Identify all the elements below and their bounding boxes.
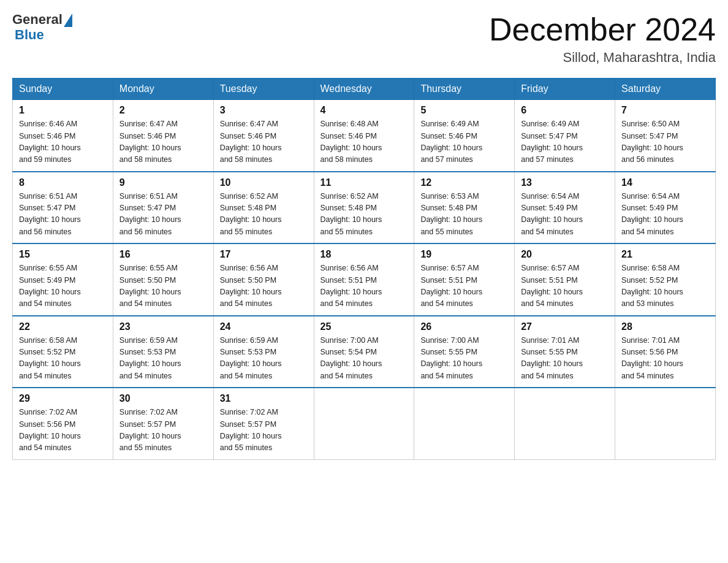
calendar-header-row: Sunday Monday Tuesday Wednesday Thursday… [13,79,716,100]
day-info: Sunrise: 7:00 AMSunset: 5:55 PMDaylight:… [420,335,508,383]
table-row: 11 Sunrise: 6:52 AMSunset: 5:48 PMDaylig… [314,172,414,244]
logo-text-blue: Blue [12,27,72,43]
day-info: Sunrise: 6:52 AMSunset: 5:48 PMDaylight:… [220,191,308,239]
table-row: 28 Sunrise: 7:01 AMSunset: 5:56 PMDaylig… [615,316,716,388]
day-info: Sunrise: 6:57 AMSunset: 5:51 PMDaylight:… [521,262,609,310]
table-row [314,388,414,459]
calendar-week-row: 8 Sunrise: 6:51 AMSunset: 5:47 PMDayligh… [13,172,716,244]
table-row: 9 Sunrise: 6:51 AMSunset: 5:47 PMDayligh… [113,172,213,244]
table-row: 18 Sunrise: 6:56 AMSunset: 5:51 PMDaylig… [314,243,414,316]
header-wednesday: Wednesday [314,79,414,100]
day-info: Sunrise: 6:46 AMSunset: 5:46 PMDaylight:… [19,118,107,166]
day-info: Sunrise: 6:51 AMSunset: 5:47 PMDaylight:… [119,191,207,239]
table-row: 7 Sunrise: 6:50 AMSunset: 5:47 PMDayligh… [615,100,716,172]
header-sunday: Sunday [13,79,113,100]
day-number: 4 [320,105,408,116]
table-row: 23 Sunrise: 6:59 AMSunset: 5:53 PMDaylig… [113,316,213,388]
day-number: 11 [320,177,408,188]
table-row: 16 Sunrise: 6:55 AMSunset: 5:50 PMDaylig… [113,243,213,316]
day-info: Sunrise: 7:01 AMSunset: 5:56 PMDaylight:… [621,335,709,383]
day-info: Sunrise: 6:59 AMSunset: 5:53 PMDaylight:… [119,335,207,383]
table-row: 31 Sunrise: 7:02 AMSunset: 5:57 PMDaylig… [213,388,314,459]
day-info: Sunrise: 6:47 AMSunset: 5:46 PMDaylight:… [119,118,207,166]
day-info: Sunrise: 7:02 AMSunset: 5:57 PMDaylight:… [119,407,207,454]
day-number: 21 [621,249,709,260]
table-row: 30 Sunrise: 7:02 AMSunset: 5:57 PMDaylig… [113,388,213,459]
calendar-week-row: 1 Sunrise: 6:46 AMSunset: 5:46 PMDayligh… [13,100,716,172]
day-info: Sunrise: 6:55 AMSunset: 5:49 PMDaylight:… [19,262,107,310]
day-info: Sunrise: 6:57 AMSunset: 5:51 PMDaylight:… [420,262,508,310]
table-row: 21 Sunrise: 6:58 AMSunset: 5:52 PMDaylig… [615,243,716,316]
title-block: December 2024 Sillod, Maharashtra, India [489,12,716,66]
table-row: 29 Sunrise: 7:02 AMSunset: 5:56 PMDaylig… [13,388,113,459]
day-number: 30 [119,393,207,404]
location-title: Sillod, Maharashtra, India [489,50,716,66]
day-info: Sunrise: 6:55 AMSunset: 5:50 PMDaylight:… [119,262,207,310]
day-info: Sunrise: 7:00 AMSunset: 5:54 PMDaylight:… [320,335,408,383]
table-row: 10 Sunrise: 6:52 AMSunset: 5:48 PMDaylig… [213,172,314,244]
logo-triangle-icon [64,13,72,27]
day-info: Sunrise: 6:54 AMSunset: 5:49 PMDaylight:… [621,191,709,239]
day-number: 16 [119,249,207,260]
calendar-week-row: 22 Sunrise: 6:58 AMSunset: 5:52 PMDaylig… [13,316,716,388]
day-number: 22 [19,321,107,332]
day-info: Sunrise: 7:01 AMSunset: 5:55 PMDaylight:… [521,335,609,383]
table-row [414,388,515,459]
day-number: 28 [621,321,709,332]
day-info: Sunrise: 6:47 AMSunset: 5:46 PMDaylight:… [220,118,308,166]
table-row [615,388,716,459]
day-info: Sunrise: 6:59 AMSunset: 5:53 PMDaylight:… [220,335,308,383]
header-saturday: Saturday [615,79,716,100]
table-row [515,388,615,459]
day-number: 29 [19,393,107,404]
page-header: General Blue December 2024 Sillod, Mahar… [12,12,716,66]
table-row: 17 Sunrise: 6:56 AMSunset: 5:50 PMDaylig… [213,243,314,316]
day-info: Sunrise: 7:02 AMSunset: 5:57 PMDaylight:… [220,407,308,454]
day-info: Sunrise: 6:50 AMSunset: 5:47 PMDaylight:… [621,118,709,166]
day-number: 12 [420,177,508,188]
day-info: Sunrise: 6:56 AMSunset: 5:50 PMDaylight:… [220,262,308,310]
table-row: 15 Sunrise: 6:55 AMSunset: 5:49 PMDaylig… [13,243,113,316]
day-number: 31 [220,393,308,404]
table-row: 27 Sunrise: 7:01 AMSunset: 5:55 PMDaylig… [515,316,615,388]
day-number: 27 [521,321,609,332]
day-number: 26 [420,321,508,332]
table-row: 6 Sunrise: 6:49 AMSunset: 5:47 PMDayligh… [515,100,615,172]
day-info: Sunrise: 6:54 AMSunset: 5:49 PMDaylight:… [521,191,609,239]
table-row: 12 Sunrise: 6:53 AMSunset: 5:48 PMDaylig… [414,172,515,244]
table-row: 1 Sunrise: 6:46 AMSunset: 5:46 PMDayligh… [13,100,113,172]
table-row: 3 Sunrise: 6:47 AMSunset: 5:46 PMDayligh… [213,100,314,172]
table-row: 13 Sunrise: 6:54 AMSunset: 5:49 PMDaylig… [515,172,615,244]
day-info: Sunrise: 6:49 AMSunset: 5:46 PMDaylight:… [420,118,508,166]
day-number: 18 [320,249,408,260]
day-info: Sunrise: 6:58 AMSunset: 5:52 PMDaylight:… [19,335,107,383]
day-number: 24 [220,321,308,332]
day-number: 14 [621,177,709,188]
day-info: Sunrise: 6:52 AMSunset: 5:48 PMDaylight:… [320,191,408,239]
table-row: 8 Sunrise: 6:51 AMSunset: 5:47 PMDayligh… [13,172,113,244]
logo: General Blue [12,12,72,43]
logo-text-general: General [12,12,63,27]
table-row: 22 Sunrise: 6:58 AMSunset: 5:52 PMDaylig… [13,316,113,388]
day-number: 19 [420,249,508,260]
table-row: 20 Sunrise: 6:57 AMSunset: 5:51 PMDaylig… [515,243,615,316]
day-number: 8 [19,177,107,188]
day-info: Sunrise: 7:02 AMSunset: 5:56 PMDaylight:… [19,407,107,454]
table-row: 5 Sunrise: 6:49 AMSunset: 5:46 PMDayligh… [414,100,515,172]
header-thursday: Thursday [414,79,515,100]
day-info: Sunrise: 6:48 AMSunset: 5:46 PMDaylight:… [320,118,408,166]
month-title: December 2024 [489,12,716,47]
day-number: 6 [521,105,609,116]
day-info: Sunrise: 6:56 AMSunset: 5:51 PMDaylight:… [320,262,408,310]
calendar-table: Sunday Monday Tuesday Wednesday Thursday… [12,78,716,460]
day-number: 17 [220,249,308,260]
day-number: 9 [119,177,207,188]
day-info: Sunrise: 6:53 AMSunset: 5:48 PMDaylight:… [420,191,508,239]
table-row: 4 Sunrise: 6:48 AMSunset: 5:46 PMDayligh… [314,100,414,172]
day-number: 10 [220,177,308,188]
calendar-week-row: 29 Sunrise: 7:02 AMSunset: 5:56 PMDaylig… [13,388,716,459]
table-row: 24 Sunrise: 6:59 AMSunset: 5:53 PMDaylig… [213,316,314,388]
table-row: 19 Sunrise: 6:57 AMSunset: 5:51 PMDaylig… [414,243,515,316]
day-number: 2 [119,105,207,116]
day-number: 20 [521,249,609,260]
